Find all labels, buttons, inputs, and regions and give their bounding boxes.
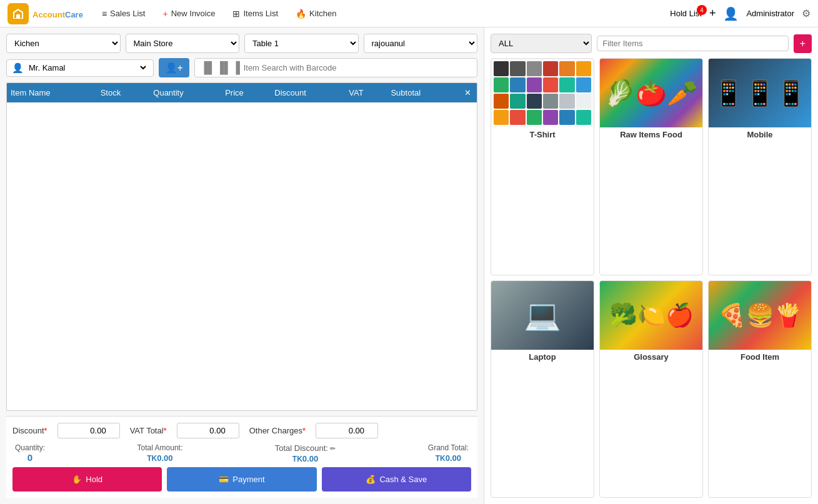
category-label-laptop: Laptop — [526, 350, 558, 364]
grand-total-label: Grand Total: — [428, 443, 469, 452]
col-item-name: Item Name — [7, 83, 97, 102]
category-card-laptop[interactable]: 💻Laptop — [491, 280, 594, 498]
items-table: Item Name Stock Quantity Price Discount … — [6, 82, 477, 411]
customer-select[interactable]: Mr. Kamal Mr. Ahmed — [26, 62, 148, 73]
settings-icon[interactable]: ⚙ — [802, 7, 811, 19]
hold-icon: ✋ — [72, 475, 82, 484]
tshirt-swatch — [576, 110, 591, 125]
grand-total-summary: Grand Total: TK0.00 — [428, 443, 469, 463]
total-discount-value: TK0.00 — [292, 453, 318, 463]
category-card-glossary[interactable]: 🥦🍋🍎Glossary — [599, 280, 703, 498]
discount-label: Discount* — [12, 426, 47, 435]
customer-person-icon: 👤 — [12, 62, 24, 74]
discount-input[interactable] — [57, 423, 120, 438]
sales-list-icon: ≡ — [102, 9, 107, 19]
tshirt-swatch — [576, 94, 591, 109]
quantity-summary: Quantity: 0 — [15, 443, 45, 463]
tshirt-swatch — [559, 77, 574, 92]
navbar: AccountCare ≡ Sales List + New Invoice ⊞… — [0, 0, 818, 27]
payment-button[interactable]: 💳 Payment — [167, 467, 316, 492]
tshirt-swatch — [527, 94, 542, 109]
logo: AccountCare — [7, 3, 83, 24]
col-discount: Discount — [271, 83, 345, 102]
grand-total-value: TK0.00 — [436, 452, 461, 463]
footer-section: Discount* VAT Total* Other Charges* Quan… — [6, 416, 477, 498]
store-select[interactable]: Main Store Store 2 — [126, 34, 240, 53]
category-label-glossary: Glossary — [631, 350, 671, 364]
col-stock: Stock — [97, 83, 150, 102]
cash-icon: 💰 — [366, 475, 376, 484]
hold-badge: 4 — [697, 5, 707, 15]
hold-list-btn[interactable]: Hold List 4 — [670, 9, 702, 18]
tshirt-swatch — [494, 77, 509, 92]
quantity-label: Quantity: — [15, 443, 45, 452]
filter-items-input[interactable] — [602, 39, 782, 48]
add-customer-button[interactable]: 👤+ — [159, 58, 189, 77]
right-filter-row: ALL T-Shirt Mobile Food + — [491, 34, 812, 53]
col-close: ✕ — [458, 83, 477, 102]
tshirt-swatch — [510, 94, 525, 109]
category-label-mobile: Mobile — [744, 127, 775, 142]
nav-right: Hold List 4 + 👤 Administrator ⚙ — [670, 6, 811, 21]
category-filter-select[interactable]: ALL T-Shirt Mobile Food — [491, 34, 592, 53]
tshirt-swatch — [559, 61, 574, 76]
col-vat: VAT — [345, 83, 387, 102]
logo-icon — [7, 3, 29, 24]
tshirt-swatch — [543, 94, 558, 109]
other-charges-label: Other Charges* — [249, 426, 306, 435]
nav-new-invoice[interactable]: + New Invoice — [156, 5, 221, 22]
summary-row: Quantity: 0 Total Amount: TK0.00 Total D… — [12, 443, 471, 463]
tshirt-swatch — [576, 77, 591, 92]
barcode-input[interactable] — [244, 63, 472, 72]
tshirt-swatch — [510, 110, 525, 125]
nav-items-list[interactable]: ⊞ Items List — [226, 5, 284, 22]
barcode-wrap: ▐▌▐▌▐ — [194, 58, 477, 77]
add-nav-icon[interactable]: + — [709, 7, 716, 20]
tshirt-swatch — [510, 77, 525, 92]
category-label-fooditem: Food Item — [738, 350, 782, 364]
other-charges-input[interactable] — [316, 423, 378, 438]
main-layout: Kichen Main Branch Main Store Store 2 Ta… — [0, 27, 818, 504]
tshirt-swatch — [543, 110, 558, 125]
vat-total-input[interactable] — [177, 423, 239, 438]
total-amount-value: TK0.00 — [147, 452, 172, 463]
category-card-mobile[interactable]: 📱📱📱Mobile — [708, 58, 812, 275]
payment-icon: 💳 — [219, 475, 229, 484]
vat-total-label: VAT Total* — [130, 426, 167, 435]
hold-button[interactable]: ✋ Hold — [12, 467, 162, 492]
nav-sales-list[interactable]: ≡ Sales List — [96, 5, 152, 22]
cash-save-button[interactable]: 💰 Cash & Save — [322, 467, 471, 492]
barcode-icon: ▐▌▐▌▐ — [200, 61, 240, 74]
total-amount-label: Total Amount: — [137, 443, 183, 452]
customer-wrap: 👤 Mr. Kamal Mr. Ahmed — [6, 59, 154, 77]
table-select[interactable]: Table 1 Table 2 — [244, 34, 359, 53]
totals-row: Discount* VAT Total* Other Charges* — [12, 423, 471, 438]
category-label-rawfood: Raw Items Food — [617, 127, 685, 142]
total-discount-summary: Total Discount: ✏ TK0.00 — [275, 443, 336, 463]
categories-grid: T-Shirt🥬🍅🥕Raw Items Food📱📱📱Mobile💻Laptop… — [491, 58, 812, 498]
col-subtotal: Subtotal — [387, 83, 458, 102]
add-category-button[interactable]: + — [794, 34, 812, 53]
user-select[interactable]: rajouanul admin — [364, 34, 478, 53]
nav-kitchen[interactable]: 🔥 Kitchen — [289, 5, 342, 22]
customer-row: 👤 Mr. Kamal Mr. Ahmed 👤+ ▐▌▐▌▐ — [6, 58, 477, 77]
category-card-tshirt[interactable]: T-Shirt — [491, 58, 594, 275]
right-panel: ALL T-Shirt Mobile Food + T-Shirt🥬🍅🥕Raw … — [484, 27, 818, 504]
total-amount-summary: Total Amount: TK0.00 — [137, 443, 183, 463]
filter-items-wrap — [597, 36, 788, 51]
action-buttons: ✋ Hold 💳 Payment 💰 Cash & Save — [12, 467, 471, 492]
category-card-rawfood[interactable]: 🥬🍅🥕Raw Items Food — [599, 58, 703, 275]
branch-select[interactable]: Kichen Main Branch — [6, 34, 121, 53]
tshirt-swatch — [494, 61, 509, 76]
col-quantity: Quantity — [149, 83, 221, 102]
left-panel: Kichen Main Branch Main Store Store 2 Ta… — [0, 27, 484, 504]
svg-rect-0 — [16, 14, 20, 19]
tshirt-swatch — [494, 110, 509, 125]
tshirt-swatch — [543, 61, 558, 76]
tshirt-swatch — [543, 77, 558, 92]
col-price: Price — [221, 83, 271, 102]
avatar-icon: 👤 — [723, 6, 739, 21]
tshirt-swatch — [559, 94, 574, 109]
category-card-fooditem[interactable]: 🍕🍔🍟Food Item — [708, 280, 812, 498]
category-label-tshirt: T-Shirt — [527, 127, 557, 142]
